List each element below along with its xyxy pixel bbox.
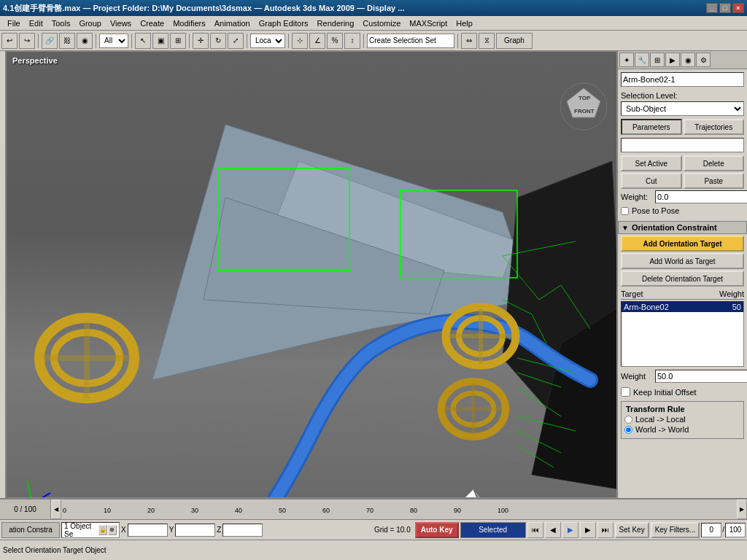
menu-graph-editors[interactable]: Graph Editors <box>255 18 313 29</box>
move-button[interactable]: ✛ <box>193 33 209 49</box>
toolbar-sep5 <box>247 34 247 48</box>
hierarchy-panel-btn[interactable]: ⊞ <box>650 52 665 67</box>
menu-help[interactable]: Help <box>452 18 477 29</box>
delete-button[interactable]: Delete <box>684 155 745 171</box>
radio-world-world-label: World -> World <box>635 425 689 434</box>
selected-display[interactable]: Selected <box>460 522 526 538</box>
graph-button[interactable]: Graph <box>496 33 533 49</box>
tab-parameters[interactable]: Parameters <box>621 119 682 135</box>
nav-cube[interactable]: TOP FRONT <box>558 81 609 132</box>
svg-text:TOP: TOP <box>578 95 591 101</box>
object-name-input[interactable] <box>621 72 744 87</box>
go-start-button[interactable]: ⏮ <box>527 522 543 538</box>
select-region-button[interactable]: ▣ <box>152 33 169 49</box>
timeline-scroll-right[interactable]: ▶ <box>737 499 747 519</box>
select-lock-button[interactable]: 🔒 <box>98 525 107 535</box>
bind-space-button[interactable]: ◉ <box>77 33 93 49</box>
filter-select[interactable]: All <box>99 34 128 48</box>
angle-snap[interactable]: ∠ <box>309 33 325 49</box>
set-active-button[interactable]: Set Active <box>621 155 682 171</box>
create-selection-set-input[interactable] <box>367 34 454 48</box>
align-button[interactable]: ⧖ <box>479 33 495 49</box>
keep-initial-offset-checkbox[interactable] <box>621 387 630 397</box>
menu-create[interactable]: Create <box>136 18 169 29</box>
radio-world-world[interactable] <box>624 426 632 434</box>
menu-rendering[interactable]: Rendering <box>313 18 359 29</box>
constraint-tab[interactable]: ation Constra <box>1 522 60 538</box>
menu-edit[interactable]: Edit <box>25 18 47 29</box>
tab-trajectories[interactable]: Trajectories <box>684 119 745 135</box>
status-bottom: Select Orientation Target Object <box>0 540 747 560</box>
set-active-delete-row: Set Active Delete <box>621 155 744 171</box>
pose-to-pose-checkbox[interactable] <box>621 207 629 215</box>
maximize-button[interactable]: □ <box>719 3 731 13</box>
spinner-snap[interactable]: ↕ <box>344 33 360 49</box>
radio-local-local-row: Local -> Local <box>624 415 740 424</box>
link-button[interactable]: 🔗 <box>42 33 58 49</box>
menu-modifiers[interactable]: Modifiers <box>169 18 210 29</box>
z-coord-input[interactable] <box>222 524 263 537</box>
menu-animation[interactable]: Animation <box>210 18 255 29</box>
auto-key-button[interactable]: Auto Key <box>415 522 459 538</box>
scale-button[interactable]: ⤢ <box>228 33 244 49</box>
orient-constraint-header[interactable]: ▼ Orientation Constraint <box>618 221 747 234</box>
go-end-button[interactable]: ⏭ <box>597 522 614 538</box>
percent-snap[interactable]: % <box>327 33 343 49</box>
minimize-button[interactable]: _ <box>706 3 718 13</box>
utilities-panel-btn[interactable]: ⚙ <box>696 52 711 67</box>
prev-frame-button[interactable]: ◀ <box>545 522 561 538</box>
cut-button[interactable]: Cut <box>621 173 682 189</box>
set-key-button[interactable]: Set Key <box>615 522 649 538</box>
timeline-scroll-left[interactable]: ◀ <box>51 499 61 519</box>
menu-group[interactable]: Group <box>74 18 106 29</box>
close-button[interactable]: × <box>732 3 744 13</box>
delete-orientation-target-button[interactable]: Delete Orientation Target <box>621 271 744 287</box>
menu-views[interactable]: Views <box>106 18 136 29</box>
x-coord-input[interactable] <box>128 524 168 537</box>
weight-col-label: Weight <box>719 289 744 298</box>
menu-file[interactable]: File <box>3 18 25 29</box>
display-panel-btn[interactable]: ◉ <box>681 52 695 67</box>
y-label: Y <box>169 526 174 534</box>
add-world-as-target-button[interactable]: Add World as Target <box>621 253 744 269</box>
motion-panel-btn[interactable]: ▶ <box>665 52 680 67</box>
timeline-track[interactable]: 0 10 20 30 40 50 60 70 80 90 100 <box>61 499 737 519</box>
paste-button[interactable]: Paste <box>684 173 745 189</box>
selection-level-section: Selection Level: Sub-Object <box>618 90 747 117</box>
rotate-button[interactable]: ↻ <box>210 33 226 49</box>
set-button[interactable]: ⊕ <box>108 525 117 535</box>
menu-tools[interactable]: Tools <box>47 18 75 29</box>
target-row[interactable]: Arm-Bone02 50 <box>622 302 743 312</box>
redo-button[interactable]: ↪ <box>19 33 35 49</box>
menu-maxscript[interactable]: MAXScript <box>405 18 452 29</box>
menu-customize[interactable]: Customize <box>358 18 405 29</box>
key-filters-button[interactable]: Key Filters... <box>651 522 700 538</box>
x-label: X <box>121 526 126 534</box>
z-label: Z <box>217 526 221 534</box>
add-orientation-target-button[interactable]: Add Orientation Target <box>621 236 744 252</box>
y-coord-input[interactable] <box>175 524 215 537</box>
weight-row: Weight: ▲ ▼ <box>621 190 744 203</box>
bottom-weight-input[interactable] <box>655 370 747 383</box>
svg-text:80: 80 <box>410 507 417 514</box>
target-list[interactable]: Arm-Bone02 50 <box>621 301 744 367</box>
selection-level-select[interactable]: Sub-Object <box>621 101 744 116</box>
viewport[interactable]: z x TOP FRONT Pers <box>6 51 617 498</box>
frame-input[interactable] <box>701 523 721 537</box>
next-frame-button[interactable]: ▶ <box>580 522 596 538</box>
radio-local-local[interactable] <box>624 416 632 424</box>
create-panel-btn[interactable]: ✦ <box>619 52 634 67</box>
play-button[interactable]: ▶ <box>562 522 578 538</box>
weight-input[interactable] <box>655 190 747 203</box>
mirror-button[interactable]: ⇔ <box>461 33 477 49</box>
select-button[interactable]: ↖ <box>135 33 151 49</box>
toolbar-sep8 <box>457 34 458 48</box>
unlink-button[interactable]: ⛓ <box>59 33 75 49</box>
snap-toggle[interactable]: ⊹ <box>292 33 308 49</box>
svg-text:FRONT: FRONT <box>574 108 595 114</box>
window-crossing-button[interactable]: ⊞ <box>170 33 186 49</box>
total-frames-input[interactable] <box>725 523 746 537</box>
modify-panel-btn[interactable]: 🔧 <box>635 52 649 67</box>
reference-select[interactable]: Local <box>250 34 285 48</box>
undo-button[interactable]: ↩ <box>1 33 18 49</box>
